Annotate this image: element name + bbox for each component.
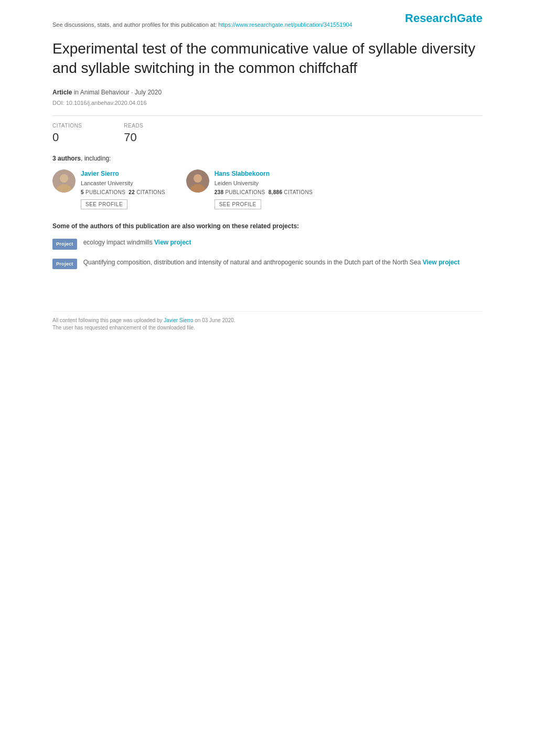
project-desc-2: Quantifying composition, distribution an… [83, 259, 423, 266]
project-item-2: Project Quantifying composition, distrib… [52, 258, 483, 270]
project-desc-1: ecology impact windmills [83, 239, 154, 246]
authors-grid: Javier Sierro Lancaster University 5 PUB… [52, 169, 483, 209]
author-stats-2: 238 PUBLICATIONS 8,886 CITATIONS [215, 189, 313, 196]
reads-stat: READS 70 [124, 122, 143, 146]
footer-notes: All content following this page was uplo… [52, 311, 483, 332]
citations-value: 0 [52, 130, 82, 146]
author-affil-2: Leiden University [215, 179, 313, 187]
stats-row: CITATIONS 0 READS 70 [52, 122, 483, 146]
citations-label: CITATIONS [52, 122, 82, 130]
author-pubs-2: 238 [215, 189, 224, 195]
reads-value: 70 [124, 130, 143, 146]
author-info-1: Javier Sierro Lancaster University 5 PUB… [81, 169, 165, 209]
top-note-text: See discussions, stats, and author profi… [52, 22, 218, 28]
authors-count: 3 authors [52, 155, 81, 162]
divider-1 [52, 115, 483, 116]
article-type: Article [52, 89, 72, 96]
article-meta: Article in Animal Behaviour · July 2020 [52, 88, 483, 97]
related-section-title: Some of the authors of this publication … [52, 222, 483, 231]
top-note-link[interactable]: https://www.researchgate.net/publication… [218, 22, 352, 28]
project-link-1[interactable]: View project [154, 239, 191, 246]
footer-line1-after: on 03 June 2020. [194, 317, 236, 323]
author-stats-1: 5 PUBLICATIONS 22 CITATIONS [81, 189, 165, 196]
author-name-2[interactable]: Hans Slabbekoorn [215, 169, 313, 178]
project-text-2: Quantifying composition, distribution an… [83, 258, 460, 267]
svg-point-1 [60, 174, 68, 183]
author-pubs-1: 5 [81, 189, 84, 195]
svg-point-4 [194, 174, 202, 183]
author-info-2: Hans Slabbekoorn Leiden University 238 P… [215, 169, 313, 209]
project-text-1: ecology impact windmills View project [83, 238, 191, 247]
project-link-2[interactable]: View project [423, 259, 459, 266]
reads-label: READS [124, 122, 143, 130]
see-profile-btn-1[interactable]: SEE PROFILE [81, 199, 127, 209]
article-in: in Animal Behaviour · July 2020 [74, 89, 162, 96]
author-card-2: Hans Slabbekoorn Leiden University 238 P… [186, 169, 313, 209]
footer-line-2: The user has requested enhancement of th… [52, 324, 483, 332]
project-badge-2: Project [52, 259, 77, 270]
footer-line-1: All content following this page was uplo… [52, 317, 483, 324]
main-title: Experimental test of the communicative v… [52, 39, 483, 78]
footer-author-link[interactable]: Javier Sierro [164, 317, 193, 323]
brand-logo: ResearchGate [405, 10, 483, 27]
authors-heading-suffix: , including: [81, 155, 111, 162]
author-avatar-2 [186, 169, 209, 193]
author-affil-1: Lancaster University [81, 179, 165, 187]
author-cites-2: 8,886 [269, 189, 283, 195]
authors-heading: 3 authors, including: [52, 154, 483, 163]
related-label: Some of the authors of this publication … [52, 222, 299, 230]
author-name-1[interactable]: Javier Sierro [81, 169, 165, 178]
doi: DOI: 10.1016/j.anbehav.2020.04.016 [52, 99, 483, 107]
page-wrapper: ResearchGate See discussions, stats, and… [31, 0, 504, 363]
author-card-1: Javier Sierro Lancaster University 5 PUB… [52, 169, 165, 209]
project-item-1: Project ecology impact windmills View pr… [52, 238, 483, 250]
project-badge-1: Project [52, 239, 77, 250]
see-profile-btn-2[interactable]: SEE PROFILE [215, 199, 261, 209]
footer-line1-before: All content following this page was uplo… [52, 317, 164, 323]
author-avatar-1 [52, 169, 76, 193]
author-cites-1: 22 [129, 189, 135, 195]
citations-stat: CITATIONS 0 [52, 122, 82, 146]
